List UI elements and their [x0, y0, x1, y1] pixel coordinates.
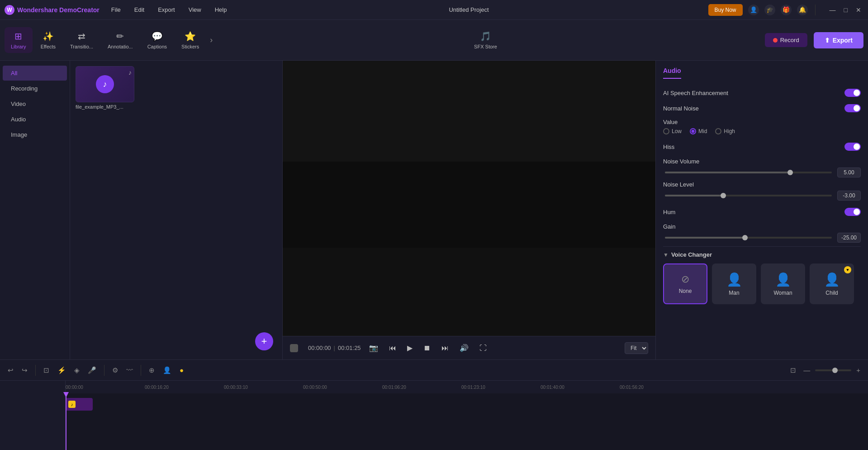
sidebar-item-image[interactable]: Image [3, 127, 67, 142]
stop-button[interactable]: ⏹ [421, 342, 433, 354]
fit-select[interactable]: Fit [625, 342, 648, 354]
export-label: Export [833, 37, 853, 44]
none-label: None [679, 288, 692, 294]
zoom-controls: ⊡ — + [788, 364, 863, 376]
redo-button[interactable]: ↪ [19, 364, 30, 376]
zoom-track[interactable] [815, 369, 851, 371]
child-badge: ♥ [844, 266, 851, 273]
marker-button[interactable]: ◈ [72, 364, 82, 376]
tl-sep-2 [104, 365, 104, 376]
export-button[interactable]: ⬆ Export [814, 32, 863, 48]
child-label: Child [825, 290, 838, 296]
gift-icon[interactable]: 🎁 [781, 5, 792, 15]
hum-toggle[interactable] [844, 208, 861, 216]
sfxstore-icon: 🎵 [480, 31, 491, 42]
toolbar-transitions[interactable]: ⇄ Transitio... [64, 27, 100, 53]
record-button[interactable]: Record [765, 33, 807, 47]
toolbar-more[interactable]: › [207, 35, 215, 45]
preview-controls: 00:00:00 | 00:01:25 📷 ⏮ ▶ ⏹ ⏭ 🔊 ⛶ Fit [283, 336, 655, 359]
sidebar-item-video[interactable]: Video [3, 96, 67, 111]
ai-speech-toggle[interactable] [844, 89, 861, 97]
preview-scrubber[interactable] [290, 344, 298, 352]
voice-changer-header[interactable]: ▼ Voice Changer [663, 251, 861, 258]
undo-button[interactable]: ↩ [5, 364, 16, 376]
gain-track[interactable] [665, 237, 832, 239]
toolbar-stickers[interactable]: ⭐ Stickers [175, 27, 205, 53]
radio-low[interactable]: Low [663, 128, 682, 134]
toolbar-sfxstore[interactable]: 🎵 SFX Store [468, 27, 503, 53]
video-preview: 00:00:00 | 00:01:25 📷 ⏮ ▶ ⏹ ⏭ 🔊 ⛶ Fit [283, 61, 655, 359]
playhead[interactable] [66, 393, 66, 450]
noise-level-thumb[interactable] [721, 193, 726, 198]
track-clip[interactable]: ♪ [66, 398, 93, 411]
minimize-button[interactable]: — [827, 5, 838, 14]
audio-panel: Audio AI Speech Enhancement Normal Noise… [656, 61, 868, 311]
mic-button[interactable]: 🎤 [85, 364, 99, 376]
user-icon[interactable]: 👤 [748, 5, 759, 15]
zoom-in-button[interactable]: + [854, 364, 863, 376]
timeline-toolbar: ↩ ↪ ⊡ ⚡ ◈ 🎤 ⚙ 〰 ⊕ 👤 ● ⊡ — + [0, 360, 868, 381]
toolbar-annotations[interactable]: ✏ Annotatio... [101, 27, 139, 53]
add-track-button[interactable]: ⊕ [147, 364, 157, 376]
ruler-label-space [0, 381, 66, 392]
voice-card-woman[interactable]: 👤 Woman [761, 263, 805, 304]
audio-tab[interactable]: Audio [663, 67, 681, 79]
add-media-button[interactable]: + [255, 332, 273, 350]
annotations-label: Annotatio... [108, 44, 133, 49]
forward-button[interactable]: ⏭ [439, 342, 451, 354]
crop-button[interactable]: ⊡ [41, 364, 52, 376]
record-label: Record [780, 37, 799, 43]
sidebar-item-all[interactable]: All [3, 66, 67, 81]
toolbar-captions[interactable]: 💬 Captions [141, 27, 173, 53]
buy-now-button[interactable]: Buy Now [708, 4, 743, 16]
screenshot-button[interactable]: 📷 [366, 342, 381, 354]
menu-edit[interactable]: Edit [132, 5, 147, 15]
voice-card-man[interactable]: 👤 Man [712, 263, 756, 304]
rewind-button[interactable]: ⏮ [386, 342, 399, 354]
voice-changer-label: Voice Changer [671, 251, 712, 258]
preview-area [283, 61, 655, 336]
normal-noise-toggle[interactable] [844, 104, 861, 112]
noise-volume-thumb[interactable] [787, 170, 793, 175]
settings-button[interactable]: ⚙ [110, 364, 120, 376]
ruler-mark-1: 00:00:16:20 [145, 385, 169, 390]
volume-button[interactable]: 🔊 [457, 342, 471, 354]
user-button[interactable]: 👤 [161, 364, 174, 376]
caption-button[interactable]: ⊡ [788, 364, 798, 376]
preview-top [283, 61, 655, 162]
menu-file[interactable]: File [109, 5, 123, 15]
noise-volume-label: Noise Volume [663, 158, 861, 165]
noise-volume-track[interactable] [665, 172, 832, 173]
radio-mid[interactable]: Mid [690, 128, 707, 134]
hiss-toggle[interactable] [844, 143, 861, 151]
star-button[interactable]: ● [177, 364, 186, 376]
sidebar-item-audio[interactable]: Audio [3, 112, 67, 127]
play-button[interactable]: ▶ [404, 342, 415, 354]
normal-noise-label: Normal Noise [663, 105, 699, 112]
fullscreen-button[interactable]: ⛶ [477, 342, 489, 354]
effects-icon: ✨ [43, 31, 54, 42]
voice-card-child[interactable]: ♥ 👤 Child [810, 263, 854, 304]
split-button[interactable]: ⚡ [55, 364, 68, 376]
media-item[interactable]: ♪ ♪ file_example_MP3_... [76, 66, 134, 110]
zoom-thumb[interactable] [832, 368, 838, 373]
toolbar-effects[interactable]: ✨ Effects [34, 27, 62, 53]
gain-thumb[interactable] [742, 235, 748, 240]
noise-level-track[interactable] [665, 195, 832, 196]
wave-button[interactable]: 〰 [124, 364, 135, 376]
radio-high[interactable]: High [715, 128, 735, 134]
right-panel: Audio AI Speech Enhancement Normal Noise… [655, 61, 868, 359]
menu-export[interactable]: Export [155, 5, 178, 15]
education-icon[interactable]: 🎓 [764, 5, 775, 15]
toolbar-library[interactable]: ⊞ Library [5, 27, 33, 53]
noise-level-label: Noise Level [663, 181, 861, 188]
menu-help[interactable]: Help [212, 5, 230, 15]
voice-card-none[interactable]: ⊘ None [663, 263, 707, 304]
maximize-button[interactable]: □ [842, 5, 850, 14]
stickers-label: Stickers [181, 44, 199, 49]
sidebar-item-recording[interactable]: Recording [3, 81, 67, 96]
notification-icon[interactable]: 🔔 [797, 5, 808, 15]
close-button[interactable]: ✕ [854, 5, 863, 14]
menu-view[interactable]: View [186, 5, 204, 15]
zoom-out-button[interactable]: — [801, 364, 812, 376]
